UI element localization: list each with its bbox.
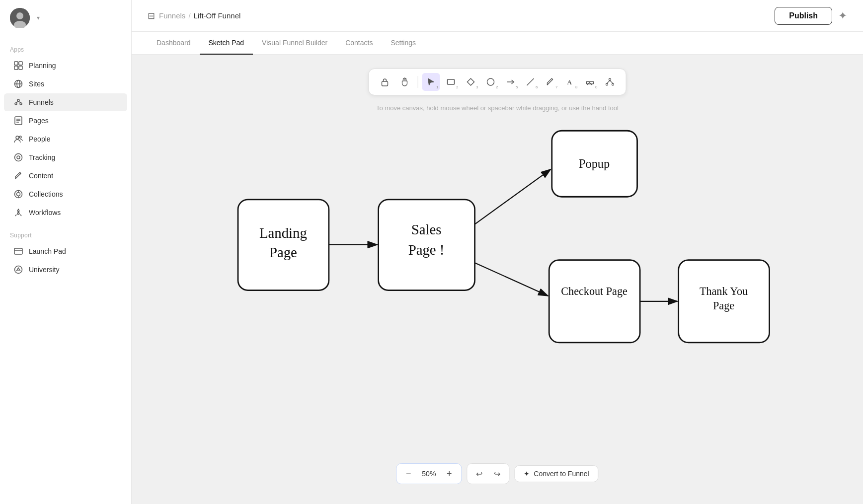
tool-hand-button[interactable] [396, 73, 414, 91]
tool-circle-button[interactable]: 2 [482, 73, 500, 91]
tab-contacts[interactable]: Contacts [336, 32, 382, 55]
tool-network-button[interactable] [601, 73, 619, 91]
tool-text-button[interactable]: A8 [561, 73, 579, 91]
svg-point-22 [17, 156, 20, 159]
avatar[interactable] [10, 8, 30, 28]
drawing-toolbar: 1232567A80 [369, 69, 627, 95]
zoom-in-button[interactable]: + [441, 466, 457, 482]
sidebar-header: ▾ [0, 0, 131, 36]
sidebar-item-content[interactable]: Content [4, 167, 127, 185]
sidebar-item-planning[interactable]: Planning [4, 57, 127, 74]
svg-text:Page: Page [269, 244, 297, 260]
content-icon [14, 171, 23, 180]
tool-rect-button[interactable]: 2 [442, 73, 460, 91]
tool-arrow-button[interactable]: 5 [502, 73, 520, 91]
university-icon [14, 265, 23, 274]
svg-text:Popup: Popup [579, 157, 610, 170]
tool-num-rect: 2 [456, 85, 458, 89]
svg-rect-47 [549, 260, 640, 343]
publish-button[interactable]: Publish [775, 7, 832, 25]
sidebar-item-launchpad[interactable]: Launch Pad [4, 242, 127, 260]
sidebar-label-content: Content [29, 172, 53, 180]
svg-rect-6 [19, 66, 22, 70]
sidebar-item-pages[interactable]: Pages [4, 112, 127, 130]
tool-diamond-button[interactable]: 3 [462, 73, 480, 91]
sidebar-item-sites[interactable]: Sites [4, 75, 127, 93]
support-nav: Launch Pad University [0, 242, 131, 279]
svg-point-34 [487, 78, 494, 85]
sidebar-item-collections[interactable]: Collections [4, 185, 127, 203]
svg-point-21 [15, 154, 22, 161]
sidebar-item-tracking[interactable]: Tracking [4, 148, 127, 166]
tool-num-arrow: 5 [516, 85, 518, 89]
tab-bar: DashboardSketch PadVisual Funnel Builder… [132, 32, 863, 55]
topbar-left: ⊟ Funnels / Lift-Off Funnel [148, 10, 240, 21]
zoom-out-button[interactable]: − [400, 466, 416, 482]
sidebar-label-pages: Pages [29, 117, 49, 125]
bottom-toolbar: − 50% + ↩ ↪ ✦ Convert to Funnel [396, 463, 598, 484]
svg-point-19 [16, 136, 19, 139]
sidebar-label-planning: Planning [29, 62, 56, 70]
tool-num-pen: 7 [555, 85, 557, 89]
svg-text:Sales: Sales [411, 221, 442, 237]
sidebar-label-funnels: Funnels [29, 98, 54, 106]
sites-icon [14, 79, 23, 88]
svg-rect-33 [448, 79, 455, 84]
tool-lock-button[interactable] [376, 73, 394, 91]
launchpad-icon [14, 247, 23, 256]
canvas-area[interactable]: 1232567A80 To move canvas, hold mouse wh… [132, 55, 863, 504]
svg-rect-28 [14, 248, 22, 254]
tab-sketchpad[interactable]: Sketch Pad [200, 32, 253, 55]
collections-icon [14, 190, 23, 199]
undo-redo-control: ↩ ↪ [467, 463, 509, 484]
convert-to-funnel-button[interactable]: ✦ Convert to Funnel [514, 465, 598, 482]
undo-button[interactable]: ↩ [471, 466, 487, 482]
tool-num-diamond: 3 [476, 85, 478, 89]
tool-num-text: 8 [575, 85, 577, 89]
svg-text:A: A [567, 78, 572, 86]
sidebar-item-people[interactable]: People [4, 130, 127, 148]
svg-text:Landing: Landing [259, 225, 307, 241]
tool-num-cursor: 1 [436, 85, 438, 89]
breadcrumb-parent[interactable]: Funnels [159, 11, 185, 20]
svg-rect-46 [552, 131, 637, 197]
sidebar-label-sites: Sites [29, 80, 44, 88]
sidebar-label-university: University [29, 266, 59, 274]
layout-icon[interactable]: ⊟ [148, 10, 155, 21]
convert-label: Convert to Funnel [534, 470, 589, 478]
svg-point-41 [612, 83, 614, 85]
people-icon [14, 135, 23, 144]
convert-icon: ✦ [524, 470, 530, 478]
sidebar-item-funnels[interactable]: Funnels [4, 93, 127, 111]
sidebar-label-collections: Collections [29, 190, 63, 198]
topbar-right: Publish ✦ [775, 7, 847, 25]
tool-cursor-button[interactable]: 1 [422, 73, 440, 91]
sidebar-item-workflows[interactable]: Workflows [4, 204, 127, 221]
tracking-icon [14, 153, 23, 162]
svg-point-12 [20, 103, 22, 105]
support-section-label: Support [0, 222, 131, 242]
svg-rect-32 [382, 81, 388, 86]
svg-rect-3 [14, 62, 18, 65]
tab-dashboard[interactable]: Dashboard [148, 32, 200, 55]
sparkle-icon[interactable]: ✦ [838, 9, 847, 22]
zoom-level: 50% [418, 470, 439, 478]
tab-settings[interactable]: Settings [382, 32, 425, 55]
svg-point-1 [16, 12, 23, 19]
svg-point-11 [15, 103, 17, 105]
redo-button[interactable]: ↪ [489, 466, 505, 482]
sidebar-chevron-icon[interactable]: ▾ [37, 14, 40, 21]
tool-pen-button[interactable]: 7 [542, 73, 559, 91]
sidebar-item-university[interactable]: University [4, 261, 127, 279]
tab-visual-funnel-builder[interactable]: Visual Funnel Builder [253, 32, 336, 55]
tool-line-button[interactable]: 6 [522, 73, 540, 91]
tool-eraser-button[interactable]: 0 [581, 73, 599, 91]
svg-text:Checkout Page: Checkout Page [561, 285, 628, 297]
svg-point-30 [15, 266, 22, 274]
pages-icon [14, 116, 23, 125]
svg-line-13 [16, 101, 18, 103]
svg-point-10 [17, 99, 19, 101]
svg-line-42 [607, 80, 610, 83]
svg-text:Page !: Page ! [408, 242, 445, 258]
planning-icon [14, 61, 23, 70]
